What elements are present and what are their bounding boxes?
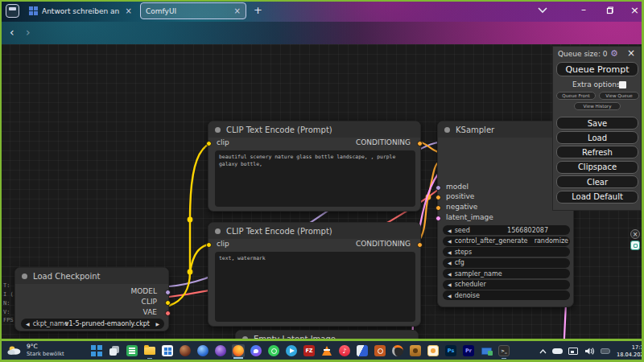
node-clip-text-encode-positive[interactable]: CLIP Text Encode (Prompt) clip CONDITION… <box>208 121 421 212</box>
comfyui-canvas[interactable]: T: I ( N: V: FPS:58.82 CLIP Text Encode … <box>0 44 644 339</box>
next-icon[interactable]: ▶ <box>155 321 159 327</box>
view-queue-button[interactable]: View Queue <box>599 92 639 100</box>
volume-icon[interactable] <box>583 345 596 358</box>
node-title-bar[interactable]: CLIP Text Encode (Prompt) <box>208 121 420 138</box>
tab-comfyui[interactable]: ComfyUI × <box>140 2 246 19</box>
ring-app-icon[interactable] <box>391 344 404 357</box>
node-title-bar[interactable]: Load Checkpoint <box>15 268 168 284</box>
widget-seed[interactable]: ◀seed 1566802087 <box>443 225 570 235</box>
view-history-button[interactable]: View History <box>574 102 621 110</box>
file-explorer-icon[interactable] <box>143 344 156 357</box>
vlc-icon[interactable] <box>320 344 333 357</box>
widget-steps[interactable]: ◀steps <box>443 247 570 257</box>
tab-list-chevron-icon[interactable] <box>538 7 547 14</box>
output-slot-clip[interactable] <box>165 300 171 306</box>
firefox-view-icon[interactable] <box>6 4 19 18</box>
purple-swirl-app-icon[interactable] <box>214 344 227 357</box>
widget-cfg[interactable]: ◀cfg <box>443 258 570 268</box>
load-default-button[interactable]: Load Default <box>556 191 638 204</box>
photoshop-icon[interactable]: Ps <box>444 344 457 357</box>
filezilla-icon[interactable]: FZ <box>303 344 316 357</box>
clipspace-button[interactable]: Clipspace <box>556 161 638 174</box>
decrement-icon[interactable]: ◀ <box>448 293 452 298</box>
decrement-icon[interactable]: ◀ <box>448 271 452 277</box>
display-cast-icon[interactable] <box>567 345 580 358</box>
blue-sphere-app-icon[interactable] <box>196 344 209 357</box>
screenshare-app-icon[interactable] <box>630 241 640 250</box>
notes-app-icon[interactable] <box>126 344 138 357</box>
clear-button[interactable]: Clear <box>556 175 638 188</box>
tab-close-icon[interactable]: × <box>229 6 241 15</box>
input-slot-clip[interactable] <box>206 141 212 146</box>
widget-sampler-name[interactable]: ◀sampler_name <box>443 269 570 278</box>
input-slot-model[interactable] <box>436 185 441 191</box>
widget-control-after-generate[interactable]: ◀control_after_generate randomize <box>443 237 570 246</box>
weather-widget[interactable]: 9°C Stark bewölkt <box>6 343 64 357</box>
prev-icon[interactable]: ◀ <box>26 321 30 327</box>
new-tab-button[interactable]: + <box>254 4 262 16</box>
output-slot-vae[interactable] <box>165 311 171 316</box>
close-menu-icon[interactable]: × <box>627 47 635 59</box>
minimize-button[interactable]: – <box>581 4 586 15</box>
screenshare-close-icon[interactable]: × <box>630 229 640 239</box>
queue-front-button[interactable]: Queue Front <box>556 92 596 100</box>
prompt-textarea[interactable]: beautiful scenery nature glass bottle la… <box>215 150 415 207</box>
battery-app-icon[interactable] <box>599 345 612 358</box>
decrement-icon[interactable]: ◀ <box>448 238 452 244</box>
telegram-icon[interactable] <box>285 344 298 357</box>
output-slot-conditioning[interactable] <box>417 141 423 146</box>
widget-value: randomize <box>535 237 568 245</box>
widget-scheduler[interactable]: ◀scheduler <box>443 280 570 290</box>
input-slot-negative[interactable] <box>436 205 441 211</box>
forward-icon[interactable]: › <box>26 26 31 39</box>
remote-desktop-icon[interactable] <box>480 344 493 357</box>
widget-ckpt-name[interactable]: ◀ ckpt_name v1-5-pruned-emaonly.ckpt ▶ <box>21 319 164 329</box>
save-button[interactable]: Save <box>556 117 638 130</box>
premiere-icon[interactable]: Pr <box>462 344 475 357</box>
decrement-icon[interactable]: ◀ <box>448 282 452 287</box>
prompt-textarea[interactable]: text, watermark <box>215 252 415 322</box>
gauge-app-icon[interactable] <box>374 344 386 357</box>
node-load-checkpoint[interactable]: Load Checkpoint MODEL CLIP VAE ◀ ckpt_na… <box>14 267 169 331</box>
refresh-button[interactable]: Refresh <box>556 146 638 158</box>
terminal-icon[interactable]: >_ <box>497 344 510 357</box>
game-app-icon[interactable] <box>179 344 192 357</box>
flag-app-icon[interactable] <box>356 344 369 357</box>
collapse-dot-icon[interactable] <box>22 274 27 279</box>
output-slot-conditioning[interactable] <box>417 242 423 248</box>
load-button[interactable]: Load <box>556 131 638 144</box>
tray-expand-chevron-icon[interactable] <box>538 345 547 358</box>
collapse-dot-icon[interactable] <box>444 127 450 133</box>
onedrive-cloud-icon[interactable] <box>551 345 564 358</box>
input-slot-latent-image[interactable] <box>436 216 441 221</box>
node-title-bar[interactable]: CLIP Text Encode (Prompt) <box>208 223 420 239</box>
firefox-icon[interactable] <box>232 344 245 357</box>
input-slot-clip[interactable] <box>206 242 212 248</box>
extra-options-checkbox[interactable] <box>619 81 626 88</box>
tab-foto-ki[interactable]: Antwort schreiben an Foto KI | Po × <box>24 2 137 19</box>
decrement-icon[interactable]: ◀ <box>448 228 452 233</box>
tray-clock[interactable]: 17:12 18.04.2024 <box>617 344 644 359</box>
input-slot-positive[interactable] <box>436 195 441 200</box>
output-slot-model[interactable] <box>165 290 171 295</box>
queue-prompt-button[interactable]: Queue Prompt <box>556 62 638 76</box>
decrement-icon[interactable]: ◀ <box>448 260 452 265</box>
messenger-icon[interactable] <box>250 344 262 357</box>
tab-close-icon[interactable]: × <box>121 6 132 15</box>
task-view-icon[interactable] <box>108 344 121 357</box>
whatsapp-icon[interactable] <box>267 344 280 357</box>
collapse-dot-icon[interactable] <box>215 228 221 234</box>
widget-denoise[interactable]: ◀denoise <box>443 290 570 300</box>
node-clip-text-encode-negative[interactable]: CLIP Text Encode (Prompt) clip CONDITION… <box>208 222 421 327</box>
close-button[interactable]: × <box>630 4 639 16</box>
music-app-icon[interactable]: ♪ <box>338 344 351 357</box>
back-icon[interactable]: ‹ <box>10 26 14 39</box>
ms-store-icon[interactable] <box>161 344 174 357</box>
photos-app-icon[interactable] <box>427 344 440 357</box>
start-button-icon[interactable] <box>90 344 103 357</box>
decrement-icon[interactable]: ◀ <box>448 249 452 255</box>
maximize-button[interactable] <box>605 6 613 14</box>
collapse-dot-icon[interactable] <box>215 127 221 133</box>
settings-gear-icon[interactable]: ⚙ <box>610 48 618 59</box>
gold-app-icon[interactable] <box>409 344 422 357</box>
